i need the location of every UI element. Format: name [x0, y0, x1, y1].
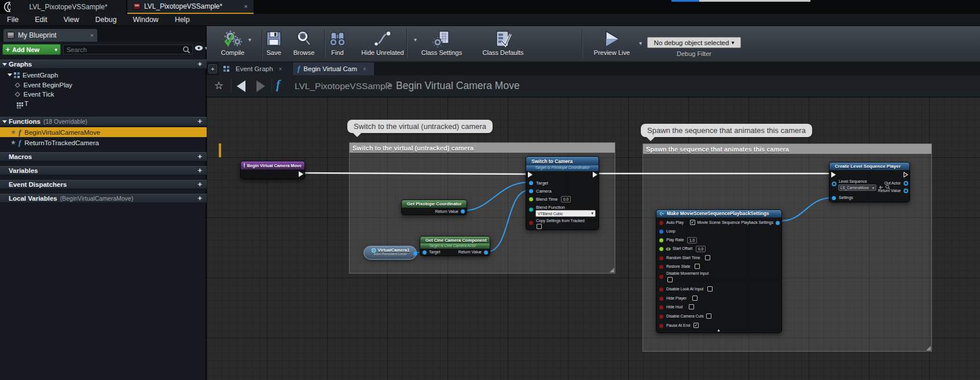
add-variable-icon[interactable]: +	[197, 168, 202, 174]
return-value-pin[interactable]	[484, 250, 488, 254]
pause-at-end-checkbox[interactable]: ✓	[693, 323, 699, 328]
browse-button[interactable]: Browse	[287, 28, 321, 56]
settings-output-pin[interactable]	[776, 221, 780, 225]
my-blueprint-tab[interactable]: My Blueprint ×	[3, 29, 97, 42]
tree-item-event-tick[interactable]: ◇ Event Tick	[0, 89, 207, 99]
disable-camera-cuts-checkbox[interactable]	[706, 313, 711, 319]
hide-player-checkbox[interactable]	[692, 296, 698, 301]
favorite-star-icon[interactable]: ★	[10, 128, 16, 136]
camera-pin[interactable]	[529, 189, 533, 193]
level-sequence-pin[interactable]	[832, 182, 836, 186]
random-start-time-checkbox[interactable]	[705, 255, 710, 260]
function-item-returntotrackedcamera[interactable]: ★ f ReturnToTrackedCamera	[0, 138, 207, 147]
hide-hud-checkbox[interactable]	[689, 304, 694, 309]
macros-section-header[interactable]: Macros +	[0, 152, 207, 161]
back-arrow-icon[interactable]	[237, 80, 245, 92]
return-value-pin[interactable]	[904, 189, 908, 193]
disable-movement-input-checkbox[interactable]	[667, 277, 673, 282]
disable-look-at-input-checkbox[interactable]	[707, 286, 713, 292]
bookmark-star-icon[interactable]: ☆	[214, 79, 223, 92]
node-switch-to-camera[interactable]: Switch to Camera Target is Pixotope Coor…	[526, 156, 599, 230]
exec-input-pin[interactable]	[831, 172, 836, 178]
hide-unrelated-button[interactable]: Hide Unrelated	[353, 28, 413, 56]
play-rate-pin[interactable]	[659, 238, 663, 242]
add-function-icon[interactable]: +	[197, 119, 202, 124]
node-make-playback-settings[interactable]: Make MovieSceneSequencePlaybackSettings …	[656, 209, 782, 333]
preview-live-button[interactable]: Preview Live	[586, 28, 638, 56]
tree-item-event-beginplay[interactable]: ◇ Event BeginPlay	[0, 80, 207, 90]
breadcrumb-root[interactable]: LVL_PixotopeVSSample	[295, 81, 392, 91]
restore-state-checkbox[interactable]	[695, 264, 700, 269]
graph-canvas[interactable]: Switch to the virtual (untracked) camera…	[207, 97, 980, 380]
menu-debug[interactable]: Debug	[96, 16, 117, 24]
blend-time-pin[interactable]	[529, 197, 533, 201]
level-sequence-dropdown[interactable]: LS_CameraMove ▾	[838, 185, 876, 191]
menu-help[interactable]: Help	[175, 16, 190, 24]
menu-window[interactable]: Window	[133, 16, 158, 24]
compile-options-caret-icon[interactable]: ▾	[248, 36, 251, 43]
panel-expand-plus-button[interactable]: +	[208, 64, 217, 73]
collapse-pins-icon[interactable]: ▲	[717, 328, 721, 332]
compile-button[interactable]: Compile	[212, 28, 253, 56]
blend-function-dropdown[interactable]: VTBlend Cubic ▾	[535, 210, 596, 217]
find-button[interactable]: Find	[321, 28, 354, 56]
view-options-button[interactable]: ▾	[194, 45, 208, 51]
disable-look-at-input-pin[interactable]	[659, 287, 663, 292]
add-dispatcher-icon[interactable]: +	[197, 182, 202, 187]
graphs-section-header[interactable]: Graphs +	[0, 60, 207, 69]
node-get-pixotope-coordinator[interactable]: Get Pixotope Coordinator Return Value	[401, 200, 467, 215]
comment-title[interactable]: Switch to the virtual (untracked) camera	[350, 143, 615, 153]
forward-arrow-icon[interactable]	[256, 80, 265, 92]
return-value-pin[interactable]	[461, 209, 465, 213]
preview-live-caret-icon[interactable]: ▾	[639, 40, 642, 46]
close-icon[interactable]: ×	[244, 3, 248, 10]
random-start-time-pin[interactable]	[659, 256, 663, 260]
hide-hud-pin[interactable]	[659, 305, 663, 309]
exec-output-pin[interactable]	[593, 172, 597, 178]
graph-tab-eventgraph[interactable]: Event Graph ×	[219, 62, 292, 75]
play-rate-value[interactable]: 1.0	[687, 237, 697, 244]
resize-handle[interactable]	[926, 346, 931, 351]
restore-state-pin[interactable]	[659, 265, 663, 269]
node-virtualcamera1[interactable]: VirtualCamera1 from Persistent Level	[364, 246, 417, 260]
save-button[interactable]: Save	[258, 28, 290, 56]
out-actor-pin[interactable]	[904, 181, 908, 186]
copy-settings-checkbox[interactable]	[537, 224, 542, 229]
functions-section-header[interactable]: Functions (18 Overridable) +	[0, 117, 207, 126]
favorite-star-icon[interactable]: ★	[10, 139, 16, 146]
menu-file[interactable]: File	[7, 16, 19, 24]
disable-movement-input-pin[interactable]	[659, 275, 663, 279]
exec-input-pin[interactable]	[528, 172, 533, 178]
target-pin[interactable]	[423, 250, 427, 254]
value-output-pin[interactable]	[413, 252, 417, 256]
node-begin-virtual-camera-move[interactable]: Begin Virtual Camera Move	[240, 161, 305, 179]
menu-edit[interactable]: Edit	[35, 16, 47, 24]
auto-play-pin[interactable]	[659, 221, 663, 225]
hide-player-pin[interactable]	[659, 297, 663, 301]
asset-tab-blueprint[interactable]: LVL_PixotopeVSSample* ×	[127, 0, 254, 14]
variables-section-header[interactable]: Variables +	[0, 166, 207, 175]
exec-output-pin[interactable]	[904, 172, 908, 178]
function-item-beginvirtualcameramove[interactable]: ★ f BeginVirtualCameraMove	[0, 127, 207, 137]
resize-handle[interactable]	[610, 268, 614, 272]
event-dispatchers-section-header[interactable]: Event Dispatchers +	[0, 180, 207, 189]
tree-item-t[interactable]: T	[0, 98, 207, 108]
start-offset-value[interactable]: 0.0	[696, 246, 706, 252]
class-defaults-button[interactable]: Class Defaults	[474, 28, 532, 56]
graph-tab-begin-virtual-cam[interactable]: f Begin Virtual Cam ×	[293, 62, 374, 75]
node-create-level-sequence-player[interactable]: Create Level Sequence Player Level Seque…	[829, 162, 910, 202]
target-pin[interactable]	[529, 181, 533, 185]
blend-time-value[interactable]: 0.0	[561, 196, 571, 202]
asset-tab-level[interactable]: LVL_PixotopeVSSample*	[10, 0, 126, 14]
close-icon[interactable]: ×	[363, 66, 366, 72]
copy-settings-pin[interactable]	[529, 221, 533, 225]
exec-output-pin[interactable]	[299, 171, 303, 177]
local-variables-section-header[interactable]: Local Variables (BeginVirtualCameraMove)…	[0, 194, 207, 203]
tree-item-eventgraph[interactable]: EventGraph	[0, 70, 207, 80]
disable-camera-cuts-pin[interactable]	[659, 315, 663, 319]
auto-play-checkbox[interactable]: ✓	[690, 220, 695, 225]
menu-view[interactable]: View	[64, 16, 79, 24]
loop-pin[interactable]	[659, 230, 663, 234]
pause-at-end-pin[interactable]	[659, 324, 663, 328]
debug-object-dropdown[interactable]: No debug object selected ▾	[647, 37, 741, 48]
